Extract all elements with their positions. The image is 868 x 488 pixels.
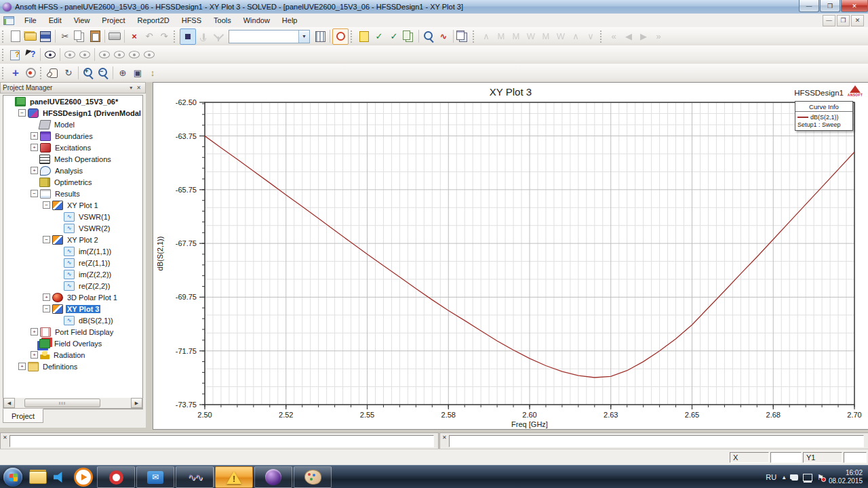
toolbar-grip[interactable] <box>473 30 476 43</box>
tree-item[interactable]: +Definitions <box>3 361 142 372</box>
copy-report-icon[interactable] <box>456 29 471 44</box>
menu-file[interactable]: File <box>18 15 43 26</box>
axes-icon[interactable]: ↕ <box>145 66 160 81</box>
zoom-in-icon[interactable]: + <box>81 66 96 81</box>
menu-window[interactable]: Window <box>237 15 276 26</box>
tree-item-label[interactable]: re(Z(2,2)) <box>77 282 111 290</box>
tree-item-label[interactable]: Model <box>53 121 76 129</box>
expand-icon[interactable]: + <box>18 363 26 370</box>
print-icon[interactable] <box>107 29 122 44</box>
select-mode-icon[interactable] <box>180 28 196 45</box>
toolbar-grip[interactable] <box>2 30 5 43</box>
tree-item[interactable]: ∿VSWR(1) <box>3 211 142 222</box>
tree-item[interactable]: +3D Polar Plot 1 <box>3 291 142 303</box>
expand-icon[interactable]: + <box>31 328 38 336</box>
collapse-icon[interactable]: − <box>43 305 50 312</box>
language-indicator[interactable]: RU <box>766 473 776 481</box>
show-visibility-icon[interactable] <box>43 47 58 62</box>
tree-item-label[interactable]: Radiation <box>52 351 86 359</box>
menu-tools[interactable]: Tools <box>208 15 237 26</box>
cad-app[interactable]: ∿∿ <box>176 466 214 488</box>
tree-item-label[interactable]: Excitations <box>54 144 92 152</box>
project-tab[interactable]: Project <box>3 409 43 423</box>
tree-item-label[interactable]: Port Field Display <box>54 328 115 336</box>
mdi-minimize-button[interactable]: — <box>823 15 835 26</box>
tree-item[interactable]: ∿re(Z(2,2)) <box>3 280 142 291</box>
boolean-add-icon[interactable]: + <box>8 66 23 81</box>
tree-item[interactable]: −Results <box>3 188 142 199</box>
tree-item-label[interactable]: Analysis <box>54 167 84 175</box>
tree-item[interactable]: −XY Plot 3 <box>3 303 142 314</box>
tree-item-label[interactable]: re(Z(1,1)) <box>77 259 111 267</box>
tree-item[interactable]: −HFSSDesign1 (DrivenModal <box>3 107 142 119</box>
collapse-icon[interactable]: − <box>18 109 26 117</box>
tree-item-label[interactable]: Results <box>54 190 81 198</box>
cut-icon[interactable]: ✂ <box>58 29 73 44</box>
volume-mixer[interactable] <box>54 467 67 487</box>
tree-item-label[interactable]: 3D Polar Plot 1 <box>66 293 119 302</box>
menu-edit[interactable]: Edit <box>43 15 68 26</box>
tree-item-label[interactable]: Optimetrics <box>53 178 94 186</box>
port-ring-icon[interactable] <box>332 28 349 45</box>
title-bar[interactable]: Ansoft HFSS - panelUVE2600_15V3_06 - HFS… <box>0 0 868 14</box>
collapse-icon[interactable]: − <box>31 190 38 197</box>
tree-item-label[interactable]: im(Z(2,2)) <box>77 270 113 279</box>
context-help-icon[interactable] <box>23 47 38 62</box>
network-icon[interactable] <box>803 474 812 481</box>
paste-icon[interactable] <box>87 29 102 44</box>
scroll-right-icon[interactable]: ▶ <box>131 398 142 408</box>
progress-field[interactable] <box>449 435 864 447</box>
clock[interactable]: 16:02 08.02.2015 <box>829 469 863 486</box>
expand-icon[interactable]: + <box>43 293 50 301</box>
toolbar-grip[interactable] <box>351 30 354 43</box>
zoom-out-icon[interactable]: − <box>96 66 111 81</box>
scroll-left-icon[interactable]: ◀ <box>3 398 15 408</box>
mail-client[interactable]: ✉ <box>136 466 174 488</box>
results-curve-icon[interactable]: ∿ <box>436 29 451 44</box>
toolbar-grip[interactable] <box>174 30 177 43</box>
tree-item-label[interactable]: VSWR(1) <box>77 213 111 221</box>
toolbar-grip[interactable] <box>600 30 604 43</box>
tree-item[interactable]: Optimetrics <box>3 176 142 188</box>
pan-icon[interactable] <box>46 66 61 81</box>
copy-doc-icon[interactable] <box>401 29 416 44</box>
tree-item[interactable]: +Excitations <box>3 142 142 153</box>
tree-item[interactable]: +Boundaries <box>3 130 142 142</box>
tree-item[interactable]: −XY Plot 2 <box>3 234 142 245</box>
tree-item[interactable]: ∿im(Z(2,2)) <box>3 268 142 280</box>
expand-icon[interactable]: + <box>31 144 38 151</box>
tree-item[interactable]: panelUVE2600_15V3_06* <box>3 96 142 107</box>
panel-menu-icon[interactable]: ▾ <box>127 85 134 91</box>
variable-combobox[interactable]: ▼ <box>229 30 310 43</box>
minimize-button[interactable]: — <box>799 0 819 12</box>
zoom-search-icon[interactable] <box>421 29 436 44</box>
fit-view-icon[interactable]: ▣ <box>130 66 145 81</box>
tree-item[interactable]: Field Overlays <box>3 338 142 349</box>
scroll-thumb[interactable]: ‖‖‖ <box>24 399 100 407</box>
copy-icon[interactable] <box>73 29 87 44</box>
tree-item[interactable]: ∿dB(S(2,1)) <box>3 314 142 326</box>
panel-close-icon[interactable]: ✕ <box>134 85 143 91</box>
menu-hfss[interactable]: HFSS <box>176 15 208 26</box>
collapse-icon[interactable]: − <box>43 201 50 209</box>
tree-item[interactable]: Mesh Operations <box>3 153 142 165</box>
menu-report2d[interactable]: Report2D <box>132 15 176 26</box>
tree-item-label[interactable]: im(Z(1,1)) <box>77 247 113 256</box>
tree-item[interactable]: +Analysis <box>3 165 142 176</box>
notes-icon[interactable] <box>357 29 372 44</box>
tree-item-label[interactable]: Boundaries <box>54 132 94 140</box>
new-icon[interactable] <box>8 29 23 44</box>
tree-item-label[interactable]: HFSSDesign1 (DrivenModal <box>41 109 142 117</box>
hidden-icons-icon[interactable]: ▲ <box>781 474 787 481</box>
power-icon[interactable] <box>791 474 798 481</box>
hfss-window[interactable]: ! <box>215 466 253 488</box>
tree-item[interactable]: ∿VSWR(2) <box>3 222 142 234</box>
plot-canvas[interactable]: 2.502.522.552.582.602.632.652.682.70-62.… <box>153 83 868 429</box>
close-button[interactable]: ✕ <box>841 0 868 12</box>
message-panel-close-icon[interactable]: ✕ <box>3 434 7 441</box>
action-center-icon[interactable]: ⚑ <box>817 473 824 482</box>
toolbar-grip[interactable] <box>2 49 5 61</box>
tree-item-label[interactable]: panelUVE2600_15V3_06* <box>28 98 119 106</box>
tree-hscrollbar[interactable]: ◀ ‖‖‖ ▶ <box>3 398 143 409</box>
analyze-icon[interactable]: ✓ <box>387 29 401 44</box>
